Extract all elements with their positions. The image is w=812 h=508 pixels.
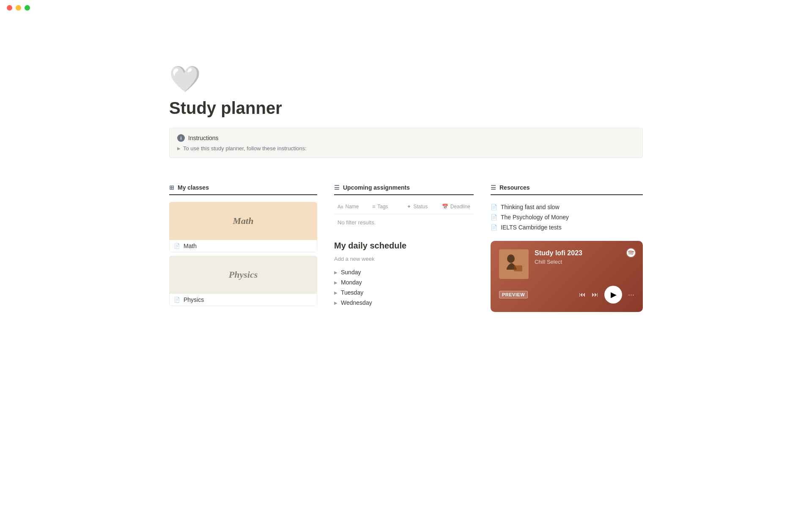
callout-toggle[interactable]: ▶ To use this study planner, follow thes… bbox=[177, 145, 635, 152]
play-icon: ▶ bbox=[611, 290, 617, 299]
math-label: 📄 Math bbox=[169, 240, 317, 252]
title-bar bbox=[0, 0, 812, 16]
physics-card-image: Physics bbox=[169, 256, 317, 294]
play-button[interactable]: ▶ bbox=[604, 286, 622, 304]
day-tuesday[interactable]: ▶ Tuesday bbox=[334, 287, 474, 298]
assignments-table: Aa Name ≡ Tags ✦ Status 📅 Deadline bbox=[334, 202, 474, 229]
col-status: ✦ Status bbox=[403, 202, 438, 211]
math-label-text: Math bbox=[184, 243, 197, 249]
next-track-button[interactable]: ⏭ bbox=[592, 291, 598, 298]
callout-title: Instructions bbox=[188, 135, 219, 141]
info-icon: i bbox=[177, 134, 185, 142]
schedule-section: My daily schedule Add a new week ▶ Sunda… bbox=[334, 241, 474, 308]
spotify-top: Study lofi 2023 Chill Select bbox=[499, 249, 634, 279]
physics-class-card[interactable]: Physics 📄 Physics bbox=[169, 256, 317, 306]
col-name: Aa Name bbox=[334, 202, 369, 211]
resource-item-3[interactable]: 📄 IELTS Cambridge tests bbox=[491, 222, 643, 232]
album-art bbox=[499, 249, 529, 279]
math-doc-icon: 📄 bbox=[174, 243, 180, 249]
assignments-column: ☰ Upcoming assignments Aa Name ≡ Tags ✦ bbox=[334, 184, 474, 308]
classes-section-header: ⊞ My classes bbox=[169, 184, 317, 195]
deadline-col-label: Deadline bbox=[450, 204, 470, 210]
previous-track-button[interactable]: ⏮ bbox=[579, 291, 586, 298]
page-title: Study planner bbox=[169, 99, 643, 118]
math-class-card[interactable]: Math 📄 Math bbox=[169, 202, 317, 252]
instructions-callout: i Instructions ▶ To use this study plann… bbox=[169, 128, 643, 158]
spotify-logo-icon bbox=[626, 248, 636, 258]
maximize-button[interactable] bbox=[25, 5, 30, 11]
table-empty-message: No filter results. bbox=[334, 216, 474, 229]
callout-toggle-text: To use this study planner, follow these … bbox=[183, 145, 307, 152]
wednesday-arrow-icon: ▶ bbox=[334, 301, 337, 305]
wednesday-label: Wednesday bbox=[341, 299, 372, 306]
callout-header: i Instructions bbox=[177, 134, 635, 142]
page-emoji: 🤍 bbox=[169, 66, 643, 92]
resources-section-label: Resources bbox=[499, 184, 530, 191]
physics-card-title: Physics bbox=[229, 269, 258, 280]
svg-rect-3 bbox=[514, 265, 522, 271]
minimize-button[interactable] bbox=[16, 5, 21, 11]
classes-column: ⊞ My classes Math 📄 Math Physics � bbox=[169, 184, 317, 308]
monday-label: Monday bbox=[341, 279, 362, 286]
spotify-preview-badge: PREVIEW bbox=[499, 291, 528, 298]
physics-label-text: Physics bbox=[184, 296, 204, 303]
close-button[interactable] bbox=[7, 5, 12, 11]
monday-arrow-icon: ▶ bbox=[334, 280, 337, 285]
toggle-arrow-icon: ▶ bbox=[177, 146, 181, 151]
status-col-icon: ✦ bbox=[407, 204, 411, 210]
add-week-button[interactable]: Add a new week bbox=[334, 256, 474, 262]
resource-doc-icon-1: 📄 bbox=[491, 204, 497, 210]
deadline-col-icon: 📅 bbox=[442, 204, 448, 210]
day-monday[interactable]: ▶ Monday bbox=[334, 277, 474, 287]
day-wednesday[interactable]: ▶ Wednesday bbox=[334, 298, 474, 308]
resources-section-header: ☰ Resources bbox=[491, 184, 643, 195]
svg-point-2 bbox=[507, 254, 515, 263]
spotify-playback: ⏮ ⏭ ▶ ··· bbox=[579, 286, 634, 304]
assignments-section-header: ☰ Upcoming assignments bbox=[334, 184, 474, 195]
day-sunday[interactable]: ▶ Sunday bbox=[334, 267, 474, 277]
columns-layout: ⊞ My classes Math 📄 Math Physics � bbox=[169, 184, 643, 312]
spotify-track-subtitle: Chill Select bbox=[535, 259, 634, 265]
spotify-controls: PREVIEW ⏮ ⏭ ▶ ··· bbox=[499, 286, 634, 304]
spotify-info: Study lofi 2023 Chill Select bbox=[535, 249, 634, 265]
physics-doc-icon: 📄 bbox=[174, 297, 180, 303]
classes-grid-icon: ⊞ bbox=[169, 184, 174, 191]
schedule-title: My daily schedule bbox=[334, 241, 474, 251]
name-col-icon: Aa bbox=[337, 204, 343, 209]
tags-col-label: Tags bbox=[377, 204, 388, 210]
math-card-image: Math bbox=[169, 202, 317, 240]
name-col-label: Name bbox=[345, 204, 359, 210]
assignments-section-label: Upcoming assignments bbox=[343, 184, 410, 191]
math-card-title: Math bbox=[233, 215, 254, 226]
tuesday-label: Tuesday bbox=[341, 289, 363, 296]
resource-doc-icon-3: 📄 bbox=[491, 224, 497, 231]
svg-rect-1 bbox=[499, 249, 529, 279]
tuesday-arrow-icon: ▶ bbox=[334, 290, 337, 295]
sunday-label: Sunday bbox=[341, 269, 361, 276]
resources-list-icon: ☰ bbox=[491, 184, 496, 191]
table-header: Aa Name ≡ Tags ✦ Status 📅 Deadline bbox=[334, 202, 474, 214]
resource-label-2: The Psychology of Money bbox=[501, 214, 569, 221]
sunday-arrow-icon: ▶ bbox=[334, 270, 337, 275]
status-col-label: Status bbox=[413, 204, 428, 210]
classes-section-label: My classes bbox=[178, 184, 209, 191]
resource-doc-icon-2: 📄 bbox=[491, 214, 497, 221]
main-content: 🤍 Study planner i Instructions ▶ To use … bbox=[131, 16, 681, 337]
resource-item-1[interactable]: 📄 Thinking fast and slow bbox=[491, 202, 643, 212]
resources-column: ☰ Resources 📄 Thinking fast and slow 📄 T… bbox=[491, 184, 643, 312]
col-tags: ≡ Tags bbox=[369, 202, 403, 211]
assignments-table-icon: ☰ bbox=[334, 184, 340, 191]
more-options-button[interactable]: ··· bbox=[628, 290, 634, 299]
physics-label: 📄 Physics bbox=[169, 294, 317, 306]
resource-item-2[interactable]: 📄 The Psychology of Money bbox=[491, 212, 643, 222]
hero-section: 🤍 Study planner i Instructions ▶ To use … bbox=[169, 16, 643, 184]
resource-label-3: IELTS Cambridge tests bbox=[501, 224, 562, 231]
spotify-card: Study lofi 2023 Chill Select PREVIEW ⏮ ⏭… bbox=[491, 241, 643, 312]
col-deadline: 📅 Deadline bbox=[439, 202, 474, 211]
resource-label-1: Thinking fast and slow bbox=[501, 204, 560, 210]
tags-col-icon: ≡ bbox=[372, 204, 375, 210]
spotify-track-title: Study lofi 2023 bbox=[535, 249, 634, 257]
